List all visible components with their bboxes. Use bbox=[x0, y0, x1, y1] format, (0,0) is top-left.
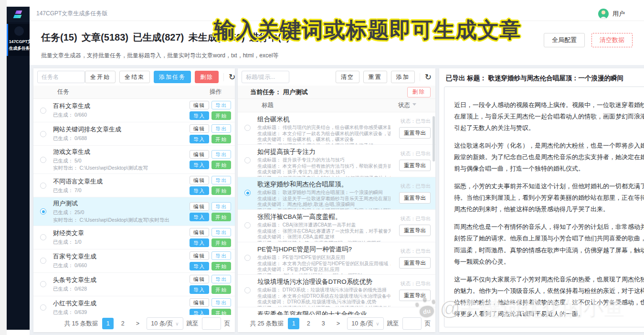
task-radio[interactable] bbox=[40, 157, 46, 163]
start-task-button[interactable]: 开始 bbox=[211, 186, 231, 195]
title-radio[interactable] bbox=[244, 190, 251, 196]
clear-data-button[interactable]: 清空数据 bbox=[591, 33, 633, 47]
next-page-button[interactable]: > bbox=[332, 318, 344, 329]
add-title-button[interactable]: 添加 bbox=[391, 71, 415, 83]
user-menu[interactable]: 用户 bbox=[598, 9, 625, 19]
per-page-select[interactable]: 10 条/页∨ bbox=[347, 317, 383, 330]
start-all-button[interactable]: 全开始 bbox=[85, 71, 116, 83]
start-task-button[interactable]: 开始 bbox=[211, 285, 231, 294]
reset-export-button[interactable]: 重置导出 bbox=[399, 257, 431, 269]
task-radio[interactable] bbox=[40, 281, 46, 287]
import-task-button[interactable]: 导入 bbox=[190, 186, 209, 195]
title-radio[interactable] bbox=[244, 125, 251, 131]
titles-scrollbar-thumb[interactable] bbox=[433, 116, 435, 162]
task-row[interactable]: 百家号文章生成已生成： 0/660编辑导出导入开始 bbox=[33, 249, 235, 273]
export-task-button[interactable]: 导出 bbox=[211, 251, 231, 260]
title-row[interactable]: 泰安秀色美容有限公司的十大合作企业 bbox=[238, 307, 435, 315]
page-number[interactable]: 1 bbox=[102, 318, 114, 329]
start-task-button[interactable]: 开始 bbox=[211, 135, 231, 143]
export-task-button[interactable]: 导出 bbox=[211, 150, 231, 159]
task-radio[interactable] bbox=[40, 108, 46, 114]
task-row[interactable]: 游戏文章生成已生成： 5/0实时导出： C:\Users\wp\Desktop\… bbox=[33, 146, 235, 174]
page-number[interactable]: 1 bbox=[288, 318, 299, 329]
title-radio[interactable] bbox=[244, 255, 251, 261]
page-number[interactable]: 3 bbox=[317, 318, 329, 329]
task-row[interactable]: 头条号文章生成已生成： 0/628编辑导出导入开始 bbox=[33, 273, 235, 296]
task-row[interactable]: 小红书文章生成已生成： 0/639编辑导出导入开始 bbox=[33, 296, 235, 315]
start-task-button[interactable]: 开始 bbox=[211, 238, 231, 247]
import-task-button[interactable]: 导入 bbox=[190, 213, 209, 221]
add-task-button[interactable]: 添加任务 bbox=[154, 71, 191, 83]
export-task-button[interactable]: 导出 bbox=[211, 176, 231, 184]
title-row[interactable]: PE管与HDPE管是同一种管道吗?生成标题： PE管与HDPE管的区别及应用生成… bbox=[238, 242, 435, 275]
title-row[interactable]: 垃圾填埋场污水治理设备DTRO系统优势生成标题： DTRO系统：垃圾填埋场污水治… bbox=[238, 275, 435, 307]
import-task-button[interactable]: 导入 bbox=[190, 262, 209, 270]
delete-task-button[interactable]: 删除 bbox=[195, 71, 219, 83]
export-task-button[interactable]: 导出 bbox=[211, 298, 231, 307]
title-row[interactable]: 张照洋被CBA第一高度盖帽。生成标题： CBA|张照洋遭遇CBA第一高手封盖生成… bbox=[238, 210, 435, 242]
article-body[interactable]: 近日，一段令人感动的视频在网络上疯传。视频中，一位歌迷穿着婚纱站在屋顶上，与音乐… bbox=[444, 87, 644, 327]
title-row[interactable]: 歌迷穿婚纱和周杰伦合唱屋顶。生成标题： 歌迷穿婚纱与周杰伦合唱屋顶：一个浪漫的瞬… bbox=[238, 177, 435, 210]
start-task-button[interactable]: 开始 bbox=[211, 111, 231, 120]
task-row[interactable]: 不同语言文章生成已生成： 7/0编辑导出导入开始 bbox=[33, 174, 235, 197]
global-config-button[interactable]: 全局配置 bbox=[544, 33, 585, 47]
edit-task-button[interactable]: 编辑 bbox=[190, 275, 209, 283]
title-radio[interactable] bbox=[244, 287, 251, 293]
jump-page-input[interactable] bbox=[402, 317, 422, 330]
reset-export-button[interactable]: 重置导出 bbox=[399, 192, 431, 204]
jump-page-input[interactable] bbox=[202, 317, 221, 330]
title-radio[interactable] bbox=[244, 157, 251, 163]
reset-export-button[interactable]: 重置导出 bbox=[399, 225, 431, 236]
title-radio[interactable] bbox=[244, 222, 251, 228]
page-number[interactable]: 2 bbox=[303, 318, 314, 329]
start-task-button[interactable]: 开始 bbox=[211, 309, 231, 315]
task-radio[interactable] bbox=[40, 208, 46, 215]
reset-titles-button[interactable]: 重置 bbox=[363, 71, 387, 83]
edit-task-button[interactable]: 编辑 bbox=[190, 228, 209, 237]
title-row[interactable]: 组合碾米机生成标题： 传统与现代的完美结合，组合碾米机带你感受碾米新时代生成描述… bbox=[238, 112, 435, 145]
per-page-select[interactable]: 10 条/页∨ bbox=[147, 317, 183, 330]
task-radio[interactable] bbox=[40, 258, 46, 264]
refresh-icon[interactable]: ↻ bbox=[223, 73, 235, 81]
edit-task-button[interactable]: 编辑 bbox=[190, 176, 209, 184]
next-page-button[interactable]: > bbox=[132, 318, 143, 329]
edit-task-button[interactable]: 编辑 bbox=[190, 124, 209, 133]
sidebar-item-app[interactable]: 147CGPT文章 生成多任务版 bbox=[7, 24, 30, 56]
title-search-input[interactable] bbox=[242, 71, 289, 83]
edit-task-button[interactable]: 编辑 bbox=[190, 251, 209, 260]
page-number[interactable]: 2 bbox=[117, 318, 128, 329]
task-row[interactable]: 百科文章生成已生成： 0/660编辑导出导入开始 bbox=[33, 99, 235, 122]
reset-export-button[interactable]: 重置导出 bbox=[399, 127, 431, 139]
task-radio[interactable] bbox=[40, 234, 46, 240]
task-radio[interactable] bbox=[40, 131, 46, 137]
import-task-button[interactable]: 导入 bbox=[190, 238, 209, 247]
edit-task-button[interactable]: 编辑 bbox=[190, 101, 209, 109]
stop-all-button[interactable]: 全结束 bbox=[119, 71, 150, 83]
export-task-button[interactable]: 导出 bbox=[211, 228, 231, 237]
delete-title-button[interactable]: 删除 bbox=[407, 87, 431, 97]
import-task-button[interactable]: 导入 bbox=[190, 161, 209, 169]
import-task-button[interactable]: 导入 bbox=[190, 111, 209, 120]
filter-icon[interactable] bbox=[412, 103, 416, 108]
clear-titles-button[interactable]: 清空 bbox=[336, 71, 359, 83]
edit-task-button[interactable]: 编辑 bbox=[190, 202, 209, 211]
task-row[interactable]: 用户测试已生成： 25/0实时导出： C:\Users\wp\Desktop\测… bbox=[33, 197, 235, 226]
start-task-button[interactable]: 开始 bbox=[211, 213, 231, 221]
reset-export-button[interactable]: 重置导出 bbox=[399, 160, 431, 171]
refresh-icon[interactable]: ↻ bbox=[420, 73, 432, 81]
task-row[interactable]: 财经类文章已生成： 1/0编辑导出导入开始 bbox=[33, 226, 235, 249]
edit-task-button[interactable]: 编辑 bbox=[190, 298, 209, 307]
import-task-button[interactable]: 导入 bbox=[190, 285, 209, 294]
task-radio[interactable] bbox=[40, 183, 46, 189]
export-task-button[interactable]: 导出 bbox=[211, 202, 231, 211]
import-task-button[interactable]: 导入 bbox=[190, 135, 209, 143]
edit-task-button[interactable]: 编辑 bbox=[190, 150, 209, 159]
start-task-button[interactable]: 开始 bbox=[211, 161, 231, 169]
export-task-button[interactable]: 导出 bbox=[211, 101, 231, 109]
task-search-input[interactable] bbox=[37, 71, 85, 83]
task-radio[interactable] bbox=[40, 304, 46, 311]
export-task-button[interactable]: 导出 bbox=[211, 124, 231, 133]
reset-export-button[interactable]: 重置导出 bbox=[399, 290, 431, 301]
title-row[interactable]: 如何提高孩子专注力生成标题： 提升孩子专注力的方法与技巧生成描述： 本文将介绍一… bbox=[238, 145, 435, 177]
import-task-button[interactable]: 导入 bbox=[190, 309, 209, 315]
